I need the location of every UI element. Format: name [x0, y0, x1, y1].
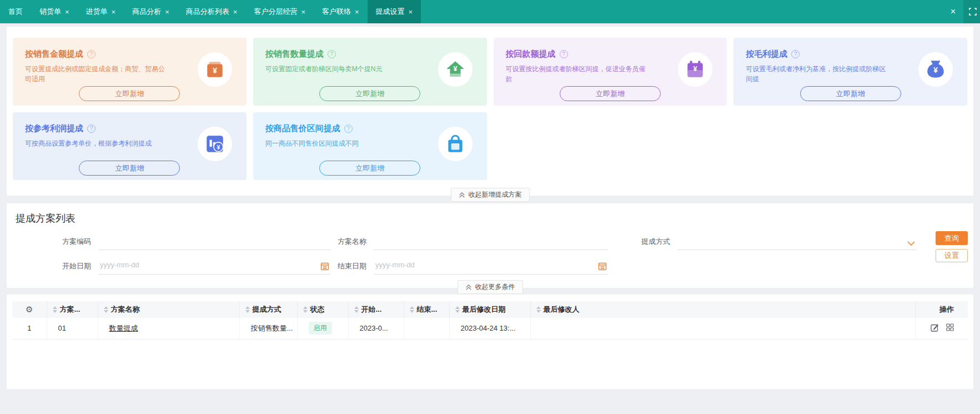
- card-commission-by-gross-profit: 按毛利提成 ? 可设置毛利或者净利为基准，按比例提或阶梯区间提 立即新增 ¥: [733, 38, 967, 106]
- chevron-down-icon[interactable]: [907, 241, 915, 246]
- header-operations: 操作: [915, 301, 968, 318]
- card-description: 可按商品设置参考单价，根据参考利润提成: [25, 138, 165, 158]
- calendar-icon[interactable]: [320, 262, 329, 271]
- header-plan-name[interactable]: 方案名称: [98, 301, 239, 318]
- commission-settings-screen: 首页 销货单 × 进货单 × 商品分析 × 商品分析列表 × 客户分层经营 × …: [0, 0, 980, 414]
- start-date-label: 开始日期: [62, 261, 91, 275]
- sort-icon[interactable]: [536, 306, 541, 313]
- svg-text:¥: ¥: [213, 67, 217, 75]
- header-status[interactable]: 状态: [297, 301, 348, 318]
- tab-label: 提成设置: [376, 7, 405, 17]
- svg-text:¥: ¥: [217, 144, 220, 151]
- sort-icon[interactable]: [410, 306, 414, 313]
- commission-method-select[interactable]: [678, 236, 916, 247]
- plan-name-input[interactable]: [374, 236, 608, 247]
- search-button[interactable]: 查询: [936, 231, 968, 245]
- tab-customer-segmentation[interactable]: 客户分层经营 ×: [245, 0, 314, 23]
- tab-commission-settings[interactable]: 提成设置 ×: [368, 0, 421, 23]
- header-commission-method[interactable]: 提成方式: [239, 301, 297, 318]
- close-icon[interactable]: ×: [165, 8, 169, 16]
- plan-code-label: 方案编码: [62, 237, 91, 250]
- tab-label: 商品分析: [132, 7, 161, 17]
- help-icon[interactable]: ?: [87, 50, 96, 58]
- tab-label: 商品分析列表: [186, 7, 229, 17]
- cell-modified-date: 2023-04-24 13:...: [449, 318, 530, 339]
- cashbox-yuan-icon: ¥: [198, 52, 232, 87]
- close-icon[interactable]: ×: [233, 8, 238, 16]
- cell-commission-method: 按销售数量...: [239, 318, 297, 339]
- end-date-label: 结束日期: [338, 261, 366, 275]
- help-icon[interactable]: ?: [87, 124, 96, 133]
- row-index: 1: [12, 318, 47, 339]
- add-now-button[interactable]: 立即新增: [800, 86, 901, 101]
- sort-icon[interactable]: [104, 306, 108, 313]
- plan-code-field: 方案编码: [62, 233, 330, 250]
- header-plan-code[interactable]: 方案...: [47, 301, 98, 318]
- card-description: 可设置固定或者阶梯区间每卖M个提N元: [265, 64, 405, 84]
- close-icon[interactable]: ×: [65, 8, 69, 16]
- close-icon[interactable]: ×: [409, 8, 413, 16]
- help-icon[interactable]: ?: [560, 50, 568, 58]
- help-icon[interactable]: ?: [328, 50, 336, 58]
- sort-icon[interactable]: [53, 306, 57, 313]
- tab-sales-invoice[interactable]: 销货单 ×: [31, 0, 78, 23]
- svg-text:¥: ¥: [933, 66, 938, 74]
- sort-icon[interactable]: [245, 306, 250, 313]
- plan-code-input[interactable]: [99, 236, 330, 247]
- close-icon[interactable]: ×: [301, 8, 305, 16]
- settings-button[interactable]: 设置: [936, 249, 968, 262]
- header-start-date[interactable]: 开始...: [348, 301, 404, 318]
- sort-icon[interactable]: [303, 306, 308, 313]
- cell-start-date: 2023-0...: [348, 318, 404, 339]
- header-end-date[interactable]: 结束...: [404, 301, 449, 318]
- card-commission-by-price-range: 按商品售价区间提成 ? 同一商品不同售价区间提成不同 立即新增: [253, 112, 487, 180]
- add-now-button[interactable]: 立即新增: [560, 86, 661, 101]
- calendar-icon[interactable]: [598, 262, 607, 271]
- chart-yuan-icon: ¥: [198, 127, 232, 161]
- collapse-label: 收起新增提成方案: [469, 190, 522, 199]
- help-icon[interactable]: ?: [791, 50, 800, 58]
- header-last-modified-date[interactable]: 最后修改日期: [449, 301, 530, 318]
- card-description: 可设置提成比例或固定提成金额；商贸、贸易公司适用: [25, 64, 165, 84]
- edit-icon[interactable]: [931, 323, 939, 332]
- close-all-tabs-icon[interactable]: ×: [943, 0, 963, 23]
- close-icon[interactable]: ×: [355, 8, 359, 16]
- tab-label: 客户分层经营: [254, 7, 297, 17]
- chevron-double-up-icon: [459, 191, 465, 198]
- commission-plan-table: ⚙ 方案... 方案名称 提成方式 状态 开始... 结束... 最后修改日期 …: [12, 301, 968, 340]
- help-icon[interactable]: ?: [344, 124, 353, 133]
- card-description: 同一商品不同售价区间提成不同: [265, 138, 405, 158]
- status-badge: 启用: [309, 322, 332, 335]
- close-icon[interactable]: ×: [112, 8, 116, 16]
- plan-name-link[interactable]: 数量提成: [109, 324, 138, 332]
- card-title-text: 按商品售价区间提成: [265, 123, 340, 134]
- calendar-yuan-icon: ¥: [678, 52, 712, 87]
- tab-home[interactable]: 首页: [0, 0, 31, 23]
- card-title-text: 按回款额提成: [506, 49, 556, 59]
- collapse-new-plans-button[interactable]: 收起新增提成方案: [451, 188, 530, 202]
- sort-icon[interactable]: [455, 306, 460, 313]
- table-header-row: ⚙ 方案... 方案名称 提成方式 状态 开始... 结束... 最后修改日期 …: [12, 301, 968, 318]
- add-now-button[interactable]: 立即新增: [319, 86, 420, 101]
- fullscreen-icon[interactable]: [963, 0, 980, 23]
- add-now-button[interactable]: 立即新增: [319, 161, 420, 176]
- grid-more-icon[interactable]: [946, 323, 954, 331]
- tab-purchase-order[interactable]: 进货单 ×: [78, 0, 124, 23]
- header-last-modified-by[interactable]: 最后修改人: [530, 301, 915, 318]
- add-now-button[interactable]: 立即新增: [79, 86, 180, 101]
- gear-icon[interactable]: ⚙: [26, 305, 33, 314]
- cell-plan-code: 01: [47, 318, 98, 339]
- start-date-input[interactable]: [99, 261, 330, 271]
- plan-list-table-panel: ⚙ 方案... 方案名称 提成方式 状态 开始... 结束... 最后修改日期 …: [7, 295, 973, 389]
- end-date-field: 结束日期: [338, 258, 608, 275]
- end-date-input[interactable]: [374, 261, 608, 271]
- sort-icon[interactable]: [354, 306, 359, 313]
- tab-product-analysis[interactable]: 商品分析 ×: [124, 0, 178, 23]
- card-title-text: 按参考利润提成: [25, 123, 83, 134]
- money-bag-icon: ¥: [918, 52, 953, 87]
- start-date-field: 开始日期: [62, 258, 330, 275]
- tab-product-analysis-list[interactable]: 商品分析列表 ×: [178, 0, 246, 23]
- tab-customer-contact[interactable]: 客户联络 ×: [314, 0, 368, 23]
- add-now-button[interactable]: 立即新增: [79, 161, 180, 176]
- collapse-more-filters-button[interactable]: 收起更多条件: [458, 280, 523, 294]
